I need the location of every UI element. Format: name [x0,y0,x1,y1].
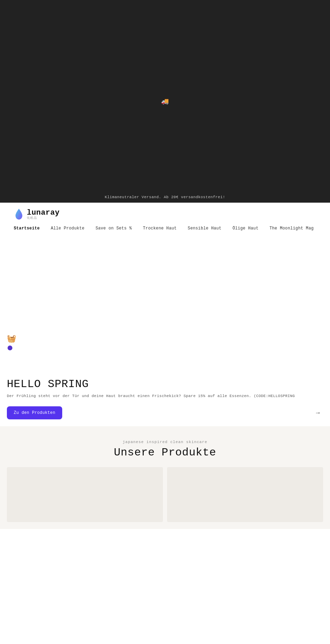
spacer-section: 🧺 [0,234,330,364]
nav-item-the-moonlight-mag[interactable]: The Moonlight Mag [270,226,314,231]
hello-spring-section: HELLO SPRING Der Frühling steht vor der … [0,364,330,426]
cart-badge [8,346,12,350]
hello-btn-row: Zu den Produkten → [7,406,323,419]
logo[interactable]: lunaray 化粧品 [14,208,60,221]
product-card[interactable] [7,467,163,522]
promo-text: Klimaneutraler Versand. Ab 20€ versandko… [105,195,225,199]
product-card[interactable] [167,467,323,522]
hero-section: 🚚 Klimaneutraler Versand. Ab 20€ versand… [0,0,330,203]
hello-spring-title: HELLO SPRING [7,378,323,391]
product-grid [7,467,323,522]
nav-item-startseite[interactable]: Startseite [14,226,40,231]
nav-item-alle-produkte[interactable]: Alle Produkte [51,226,85,231]
nav-item-trockene-haut[interactable]: Trockene Haut [143,226,177,231]
logo-icon [14,208,24,221]
arrow-right-icon[interactable]: → [316,409,320,416]
header: lunaray 化粧品 [0,203,330,226]
cart-icon[interactable]: 🧺 [7,335,16,343]
cart-area: 🧺 [7,334,16,343]
promo-bar: Klimaneutraler Versand. Ab 20€ versandko… [0,192,330,203]
nav-item-ölige-haut[interactable]: Ölige Haut [232,226,258,231]
main-nav: StartseiteAlle ProdukteSave on Sets %Tro… [0,226,330,234]
products-section: japanese inspired clean skincare Unsere … [0,426,330,529]
logo-name: lunaray [27,209,60,217]
logo-sub: 化粧品 [27,217,60,220]
truck-icon: 🚚 [161,98,169,105]
hello-spring-desc: Der Frühling steht vor der Tür und deine… [7,393,323,399]
products-title: Unsere Produkte [7,446,323,459]
products-button[interactable]: Zu den Produkten [7,406,62,419]
nav-item-save-on-sets-%[interactable]: Save on Sets % [96,226,132,231]
products-subtitle: japanese inspired clean skincare [7,440,323,444]
nav-item-sensible-haut[interactable]: Sensible Haut [188,226,221,231]
